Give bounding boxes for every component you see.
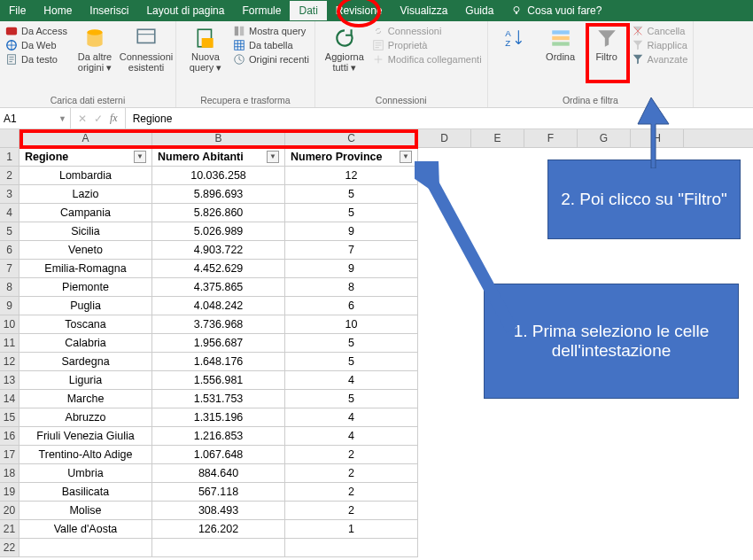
cell[interactable]: 1.956.687: [152, 334, 285, 353]
menu-tab-file[interactable]: File: [0, 1, 35, 20]
col-header-C[interactable]: C: [285, 129, 418, 147]
btn-mostra-query[interactable]: Mostra query: [233, 25, 309, 37]
cell[interactable]: Lombardia: [19, 167, 152, 185]
cell[interactable]: 5: [285, 353, 418, 371]
cell[interactable]: Emilia-Romagna: [19, 260, 152, 278]
btn-da-web[interactable]: Da Web: [5, 39, 67, 51]
cell[interactable]: 10: [285, 315, 418, 334]
btn-da-altre-origini[interactable]: Da altre origini ▾: [71, 25, 119, 75]
row-header[interactable]: 2: [0, 167, 19, 185]
btn-da-tabella[interactable]: Da tabella: [233, 39, 309, 51]
formula-input[interactable]: Regione: [126, 113, 753, 125]
empty-cells[interactable]: [418, 241, 684, 260]
row-header[interactable]: 11: [0, 334, 19, 353]
row-header[interactable]: 21: [0, 520, 19, 539]
header-cell-c[interactable]: Numero Province▼: [285, 148, 418, 167]
cell[interactable]: 4: [285, 427, 418, 446]
btn-da-testo[interactable]: Da testo: [5, 53, 67, 66]
cell[interactable]: Marche: [19, 390, 152, 408]
cell[interactable]: Toscana: [19, 315, 152, 334]
menu-tab-formule[interactable]: Formule: [233, 1, 290, 20]
cell[interactable]: Basilicata: [19, 483, 152, 502]
cell[interactable]: 5.896.693: [152, 185, 285, 204]
cell[interactable]: 4.452.629: [152, 260, 285, 278]
menu-tab-inserisci[interactable]: Inserisci: [81, 1, 137, 20]
btn-avanzate[interactable]: Avanzate: [632, 53, 688, 66]
filter-dropdown-icon[interactable]: ▼: [400, 151, 412, 163]
cell[interactable]: 1: [285, 520, 418, 539]
cell[interactable]: 884.640: [152, 464, 285, 483]
cell[interactable]: Lazio: [19, 185, 152, 204]
col-header-A[interactable]: A: [19, 129, 152, 147]
col-header-D[interactable]: D: [418, 129, 471, 147]
cell[interactable]: Trentino-Alto Adige: [19, 446, 152, 464]
cell[interactable]: 1.315.196: [152, 408, 285, 427]
col-header-B[interactable]: B: [152, 129, 285, 147]
empty-cells[interactable]: [418, 483, 684, 502]
cell[interactable]: [152, 539, 285, 557]
menu-tab-guida[interactable]: Guida: [456, 1, 502, 20]
row-header[interactable]: 17: [0, 446, 19, 464]
col-header-E[interactable]: E: [471, 129, 524, 147]
cell[interactable]: 8: [285, 278, 418, 297]
cell[interactable]: Sicilia: [19, 222, 152, 241]
cell[interactable]: 9: [285, 260, 418, 278]
col-header-G[interactable]: G: [578, 129, 631, 147]
filter-dropdown-icon[interactable]: ▼: [134, 151, 146, 163]
row-header[interactable]: 8: [0, 278, 19, 297]
row-header[interactable]: 15: [0, 408, 19, 427]
empty-cells[interactable]: [418, 520, 684, 539]
cell[interactable]: Abruzzo: [19, 408, 152, 427]
empty-cells[interactable]: [418, 446, 684, 464]
row-header[interactable]: 9: [0, 297, 19, 315]
row-header[interactable]: 19: [0, 483, 19, 502]
cell[interactable]: 567.118: [152, 483, 285, 502]
cell[interactable]: 12: [285, 167, 418, 185]
cell[interactable]: 308.493: [152, 502, 285, 520]
cell[interactable]: Piemonte: [19, 278, 152, 297]
row-header[interactable]: 3: [0, 185, 19, 204]
row-header[interactable]: 12: [0, 353, 19, 371]
menu-tab-dati[interactable]: Dati: [290, 1, 326, 20]
cell[interactable]: Campania: [19, 204, 152, 222]
cell[interactable]: 10.036.258: [152, 167, 285, 185]
empty-cells[interactable]: [418, 464, 684, 483]
header-cell-a[interactable]: Regione▼: [19, 148, 152, 167]
empty-cells[interactable]: [418, 502, 684, 520]
cell[interactable]: 2: [285, 483, 418, 502]
cell[interactable]: 1.648.176: [152, 353, 285, 371]
cell[interactable]: 7: [285, 241, 418, 260]
menu-tab-revisione[interactable]: Revisione: [327, 1, 392, 20]
cell[interactable]: 126.202: [152, 520, 285, 539]
col-header-H[interactable]: H: [631, 129, 684, 147]
empty-cells[interactable]: [418, 408, 684, 427]
menu-tab-layout[interactable]: Layout di pagina: [137, 1, 233, 20]
row-header[interactable]: 14: [0, 390, 19, 408]
cell[interactable]: 4: [285, 371, 418, 390]
cell[interactable]: 1.531.753: [152, 390, 285, 408]
filter-dropdown-icon[interactable]: ▼: [267, 151, 279, 163]
cell[interactable]: [285, 539, 418, 557]
cell[interactable]: 5: [285, 334, 418, 353]
cell[interactable]: 9: [285, 222, 418, 241]
cell[interactable]: Sardegna: [19, 353, 152, 371]
row-header[interactable]: 5: [0, 222, 19, 241]
row-header[interactable]: 1: [0, 148, 19, 167]
row-header[interactable]: 7: [0, 260, 19, 278]
cell[interactable]: 4.903.722: [152, 241, 285, 260]
cell[interactable]: 5: [285, 204, 418, 222]
cell[interactable]: 4.048.242: [152, 297, 285, 315]
cell[interactable]: Umbria: [19, 464, 152, 483]
btn-ordina[interactable]: Ordina: [540, 25, 582, 64]
cell[interactable]: 2: [285, 464, 418, 483]
name-box[interactable]: A1 ▼: [0, 108, 71, 128]
menu-tab-visualizza[interactable]: Visualizza: [392, 1, 457, 20]
btn-filtro[interactable]: Filtro: [586, 25, 628, 64]
cell[interactable]: 6: [285, 297, 418, 315]
col-header-F[interactable]: F: [524, 129, 578, 147]
cell[interactable]: [19, 539, 152, 557]
cell[interactable]: 2: [285, 502, 418, 520]
tell-me-search[interactable]: Cosa vuoi fare?: [502, 1, 610, 20]
row-header[interactable]: 16: [0, 427, 19, 446]
cell[interactable]: Puglia: [19, 297, 152, 315]
